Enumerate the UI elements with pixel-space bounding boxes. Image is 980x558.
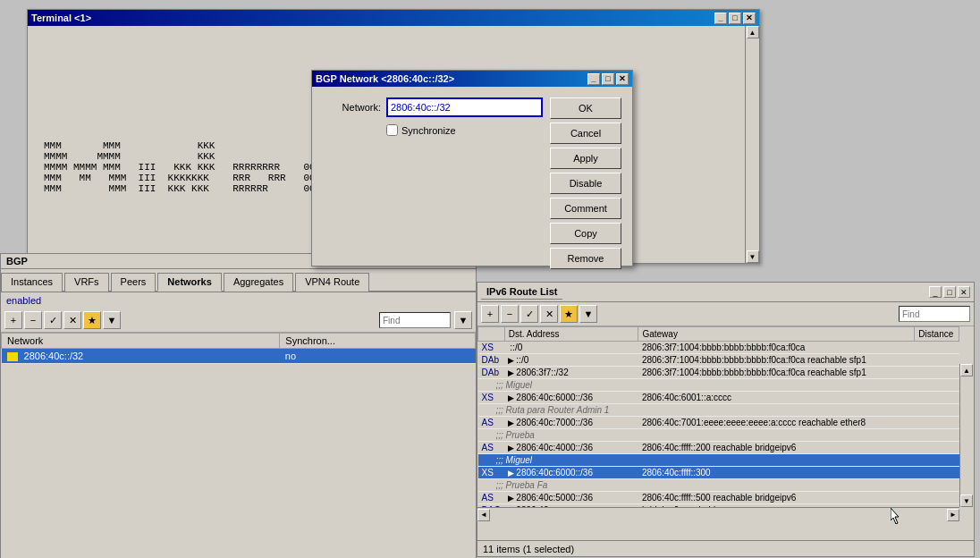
dst-cell: ▶2806:40c:6000::/36: [504, 392, 638, 404]
bgp-find-input[interactable]: [379, 312, 451, 328]
dst-cell: ▶2806:3f7::/32: [504, 367, 638, 379]
ipv6-filter-btn[interactable]: ▼: [579, 305, 597, 323]
terminal-scrollbar[interactable]: ▲ ▼: [745, 26, 759, 263]
ipv6-star-btn[interactable]: ★: [560, 305, 578, 323]
table-row[interactable]: AS▶2806:40c:7000::/362806:40c:7001:eeee:…: [478, 417, 959, 429]
ipv6-x-btn[interactable]: ✕: [540, 305, 558, 323]
filter-btn[interactable]: ▼: [103, 311, 121, 329]
remove-button[interactable]: Remove: [550, 248, 621, 269]
star-btn[interactable]: ★: [83, 311, 101, 329]
table-row[interactable]: XS▶2806:40c:6000::/362806:40c:ffff::300: [478, 467, 959, 479]
table-row[interactable]: DAb▶::/02806:3f7:1004:bbbb:bbbb:bbbb:f0c…: [478, 354, 959, 367]
dialog-minimize-btn[interactable]: _: [587, 73, 600, 85]
ipv6-find-input[interactable]: [899, 306, 970, 322]
tab-vpn4route[interactable]: VPN4 Route: [295, 273, 369, 292]
network-table: Network Synchron... 2806:40c::/32 no: [1, 333, 476, 364]
terminal-minimize-btn[interactable]: _: [714, 13, 727, 24]
table-row[interactable]: 2806:40c::/32 no: [2, 349, 476, 364]
ipv6-maximize-btn[interactable]: □: [943, 286, 956, 298]
terminal-titlebar: Terminal <1> _ □ ✕: [28, 10, 759, 26]
mouse-cursor: [891, 508, 901, 524]
apply-button[interactable]: Apply: [550, 148, 621, 169]
check-btn[interactable]: ✓: [44, 311, 62, 329]
terminal-title: Terminal <1>: [31, 13, 91, 23]
col-sync: Synchron...: [280, 334, 476, 349]
bgp-network-dialog: BGP Network <2806:40c::/32> _ □ ✕ Networ…: [311, 70, 633, 266]
table-row[interactable]: XS▶2806:40c:6000::/362806:40c:6001::a:cc…: [478, 392, 959, 404]
status-bar: 11 items (1 selected): [477, 540, 974, 556]
bgp-table-container: Network Synchron... 2806:40c::/32 no: [1, 333, 476, 541]
dialog-maximize-btn[interactable]: □: [602, 73, 614, 85]
cancel-button[interactable]: Cancel: [550, 123, 621, 144]
table-row[interactable]: ;;; Miguel: [478, 454, 959, 467]
ok-button[interactable]: OK: [550, 97, 621, 119]
ipv6-table-container: Dst. Address Gateway Distance XS::/02806…: [477, 326, 974, 537]
table-row[interactable]: ;;; Miguel: [478, 379, 959, 392]
terminal-close-btn[interactable]: ✕: [743, 13, 756, 24]
dst-cell: ▶2806:40c:7000::/36: [504, 417, 638, 429]
ipv6-hscrollbar[interactable]: ◄ ►: [477, 507, 959, 521]
synchronize-label: Synchronize: [401, 125, 456, 136]
comment-cell: ;;; Prueba Fa: [478, 479, 959, 492]
add-btn[interactable]: +: [4, 311, 22, 329]
tab-instances[interactable]: Instances: [1, 273, 63, 292]
flag-cell: DAb: [478, 367, 505, 379]
tab-vrfs[interactable]: VRFs: [64, 273, 109, 292]
table-row[interactable]: DAb▶2806:3f7::/322806:3f7:1004:bbbb:bbbb…: [478, 367, 959, 379]
table-row[interactable]: ;;; Prueba: [478, 429, 959, 442]
tab-aggregates[interactable]: Aggregates: [224, 273, 293, 292]
ipv6-scroll-down[interactable]: ▼: [960, 495, 973, 507]
scrollbar-up-arrow[interactable]: ▲: [747, 26, 759, 38]
synchronize-row: Synchronize: [386, 124, 543, 136]
ipv6-scroll-right[interactable]: ►: [947, 509, 959, 521]
flag-cell: XS: [478, 467, 505, 479]
copy-button[interactable]: Copy: [550, 223, 621, 244]
dialog-titlebar: BGP Network <2806:40c::/32> _ □ ✕: [312, 71, 632, 87]
table-row[interactable]: XS::/02806:3f7:1004:bbbb:bbbb:bbbb:f0ca:…: [478, 342, 959, 354]
dialog-controls: _ □ ✕: [587, 73, 629, 85]
table-row[interactable]: ;;; Ruta para Router Admin 1: [478, 404, 959, 417]
ipv6-scroll-up[interactable]: ▲: [960, 364, 973, 376]
scrollbar-down-arrow[interactable]: ▼: [747, 250, 759, 263]
remove-btn[interactable]: −: [24, 311, 42, 329]
comment-button[interactable]: Comment: [550, 198, 621, 219]
dst-cell: ▶2806:40c:4000::/36: [504, 442, 638, 454]
comment-cell: ;;; Miguel: [478, 379, 959, 392]
table-row[interactable]: ;;; Prueba Fa: [478, 479, 959, 492]
comment-cell: ;;; Miguel: [478, 454, 959, 467]
synchronize-checkbox[interactable]: [386, 124, 398, 136]
flag-cell: AS: [478, 417, 505, 429]
ipv6-panel-title: IPv6 Route List: [481, 284, 562, 300]
tabs-bar: Instances VRFs Peers Networks Aggregates…: [1, 269, 476, 292]
col-network: Network: [2, 334, 280, 349]
gw-cell: 2806:40c:ffff::500 reachable bridgeipv6: [638, 492, 915, 504]
ipv6-vscrollbar[interactable]: ▲ ▼: [959, 364, 974, 507]
disable-button[interactable]: Disable: [550, 173, 621, 194]
dist-cell: [915, 417, 959, 429]
gw-cell: 2806:40c:6001::a:cccc: [638, 392, 915, 404]
table-row[interactable]: AS▶2806:40c:4000::/362806:40c:ffff::200 …: [478, 442, 959, 454]
ipv6-scroll-left[interactable]: ◄: [477, 509, 490, 521]
ipv6-minimize-btn[interactable]: _: [929, 286, 942, 298]
dialog-title: BGP Network <2806:40c::/32>: [316, 73, 454, 84]
x-btn[interactable]: ✕: [63, 311, 81, 329]
dialog-close-btn[interactable]: ✕: [616, 73, 629, 85]
flag-cell: DAb: [478, 354, 505, 367]
network-label: Network:: [323, 102, 381, 113]
ipv6-check-btn[interactable]: ✓: [520, 305, 538, 323]
tab-networks[interactable]: Networks: [157, 273, 222, 292]
bgp-panel: BGP Instances VRFs Peers Networks Aggreg…: [0, 253, 477, 558]
table-row[interactable]: AS▶2806:40c:5000::/362806:40c:ffff::500 …: [478, 492, 959, 504]
terminal-maximize-btn[interactable]: □: [729, 13, 741, 24]
ipv6-remove-btn[interactable]: −: [501, 305, 519, 323]
network-field-row: Network:: [323, 97, 543, 117]
comment-cell: ;;; Ruta para Router Admin 1: [478, 404, 959, 417]
gw-cell: 2806:40c:ffff::200 reachable bridgeipv6: [638, 442, 915, 454]
tab-peers[interactable]: Peers: [111, 273, 156, 292]
terminal-controls: _ □ ✕: [714, 13, 756, 24]
ipv6-close-btn[interactable]: ✕: [958, 286, 970, 298]
ipv6-add-btn[interactable]: +: [481, 305, 499, 323]
flag-cell: XS: [478, 392, 505, 404]
network-input[interactable]: [386, 97, 543, 117]
scroll-btn[interactable]: ▼: [454, 311, 472, 329]
